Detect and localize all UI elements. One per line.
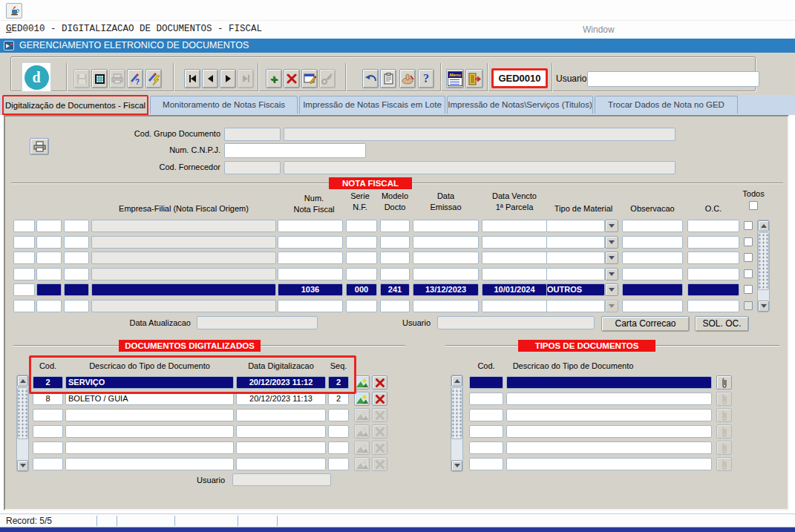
nf-observacao-field[interactable] bbox=[622, 252, 683, 264]
nf-tipo-material-field[interactable]: OUTROS bbox=[546, 283, 605, 296]
nf-num-field[interactable] bbox=[278, 300, 343, 312]
nf-oc-field[interactable] bbox=[687, 252, 739, 264]
nf-sel-cell[interactable] bbox=[36, 300, 62, 312]
nf-sel-cell[interactable] bbox=[13, 220, 35, 232]
scroll-down-button[interactable] bbox=[758, 301, 769, 312]
tab-digitalizacao-documentos-fiscal[interactable]: Digitalização de Documentos - Fiscal bbox=[2, 95, 148, 115]
nf-serie-field[interactable] bbox=[346, 236, 377, 249]
tipo-cod-field[interactable] bbox=[469, 376, 503, 389]
nf-row-checkbox[interactable] bbox=[744, 301, 753, 310]
menu-window-item[interactable]: Window bbox=[583, 24, 615, 35]
nf-emissao-field[interactable] bbox=[413, 252, 479, 264]
nf-serie-field[interactable] bbox=[346, 220, 377, 232]
enter-query-button[interactable]: ? bbox=[127, 69, 143, 88]
tipo-descricao-field[interactable] bbox=[506, 425, 712, 438]
nf-sel-cell[interactable] bbox=[64, 268, 89, 280]
num-cnpj-input[interactable] bbox=[224, 143, 366, 158]
nf-modelo-field[interactable] bbox=[380, 236, 410, 249]
nf-modelo-field[interactable] bbox=[380, 220, 410, 232]
nf-num-field[interactable] bbox=[278, 220, 343, 232]
nf-emissao-field[interactable] bbox=[413, 268, 479, 280]
tab-trocar-dados-nota-ged[interactable]: Trocar Dados de Nota no GED bbox=[595, 96, 738, 114]
nf-tipo-material-field[interactable] bbox=[546, 300, 605, 312]
tipo-descricao-field[interactable] bbox=[506, 441, 712, 454]
nf-sel-cell[interactable] bbox=[13, 236, 35, 249]
nf-sel-cell[interactable] bbox=[64, 236, 89, 249]
sol-oc-button[interactable]: SOL. OC. bbox=[695, 316, 749, 332]
nf-vencto-field[interactable] bbox=[482, 220, 547, 232]
nf-modelo-field[interactable]: 241 bbox=[380, 283, 410, 296]
nf-num-field[interactable] bbox=[278, 252, 343, 264]
tab-impressao-notas-fiscais-lote[interactable]: Impressão de Notas Fiscais em Lote bbox=[299, 96, 445, 114]
menu-button[interactable]: Menu bbox=[446, 69, 464, 88]
execute-query-button[interactable] bbox=[145, 69, 162, 88]
nf-tipo-material-field[interactable] bbox=[546, 220, 605, 232]
nf-oc-field[interactable] bbox=[687, 300, 739, 312]
tipo-material-dropdown[interactable] bbox=[605, 283, 618, 296]
attach-document-button[interactable] bbox=[716, 375, 732, 390]
next-record-button[interactable] bbox=[220, 69, 236, 88]
nf-emissao-field[interactable]: 13/12/2023 bbox=[413, 283, 479, 296]
tipo-cod-field[interactable] bbox=[469, 458, 503, 470]
menu-form-title[interactable]: GED0010 - DIGITALIZACAO DE DOCUMENTOS - … bbox=[6, 24, 262, 34]
nf-vencto-field[interactable]: 10/01/2024 bbox=[482, 283, 547, 296]
nf-modelo-field[interactable] bbox=[380, 252, 410, 264]
nf-row-checkbox[interactable] bbox=[744, 269, 753, 278]
scroll-up-button[interactable] bbox=[758, 220, 769, 231]
nf-sel-cell[interactable] bbox=[64, 220, 89, 232]
nf-sel-cell[interactable] bbox=[36, 268, 62, 280]
nf-vencto-field[interactable] bbox=[482, 252, 547, 264]
nf-row-checkbox[interactable] bbox=[744, 285, 753, 294]
nf-sel-cell[interactable] bbox=[64, 300, 89, 312]
tipo-cod-field[interactable] bbox=[469, 393, 503, 405]
nf-sel-cell[interactable] bbox=[64, 252, 89, 264]
nf-sel-cell[interactable] bbox=[13, 283, 35, 296]
nf-tipo-material-field[interactable] bbox=[546, 268, 605, 280]
nf-sel-cell[interactable] bbox=[13, 300, 35, 312]
tipo-cod-field[interactable] bbox=[469, 425, 503, 438]
nf-sel-cell[interactable] bbox=[13, 268, 35, 280]
nf-observacao-field[interactable] bbox=[622, 220, 683, 232]
nf-tipo-material-field[interactable] bbox=[546, 252, 605, 264]
nf-num-field[interactable] bbox=[278, 268, 343, 280]
nf-num-field[interactable] bbox=[278, 236, 343, 249]
nf-serie-field[interactable] bbox=[346, 300, 377, 312]
nf-tipo-material-field[interactable] bbox=[546, 236, 605, 249]
nf-sel-cell[interactable] bbox=[36, 283, 62, 296]
nf-serie-field[interactable]: 000 bbox=[346, 283, 377, 296]
nf-vencto-field[interactable] bbox=[482, 268, 547, 280]
nf-modelo-field[interactable] bbox=[380, 300, 410, 312]
nf-observacao-field[interactable] bbox=[622, 300, 683, 312]
tipo-material-dropdown[interactable] bbox=[605, 252, 618, 264]
nf-vencto-field[interactable] bbox=[482, 236, 547, 249]
nf-row-checkbox[interactable] bbox=[744, 221, 753, 230]
delete-record-button[interactable] bbox=[284, 69, 300, 88]
nf-serie-field[interactable] bbox=[346, 252, 377, 264]
release-record-button[interactable] bbox=[399, 69, 416, 88]
tipo-descricao-field[interactable] bbox=[506, 376, 712, 389]
nf-sel-cell[interactable] bbox=[13, 252, 35, 264]
tipo-cod-field[interactable] bbox=[469, 441, 503, 454]
tab-impressao-notas-servicos-titulos[interactable]: Impressão de Notas\Serviços (Titulos) bbox=[447, 96, 593, 114]
help-button[interactable]: ? bbox=[418, 69, 434, 88]
nf-oc-field[interactable] bbox=[687, 268, 739, 280]
nf-empresa-field[interactable] bbox=[91, 283, 276, 296]
nf-sel-cell[interactable] bbox=[64, 283, 89, 296]
tipo-material-dropdown[interactable] bbox=[605, 220, 618, 232]
nf-row-checkbox[interactable] bbox=[744, 253, 753, 262]
nf-observacao-field[interactable] bbox=[622, 236, 683, 249]
nf-modelo-field[interactable] bbox=[380, 268, 410, 280]
previous-record-button[interactable] bbox=[202, 69, 218, 88]
nf-num-field[interactable]: 1036 bbox=[278, 283, 343, 296]
tipo-descricao-field[interactable] bbox=[506, 409, 712, 421]
tipo-material-dropdown[interactable] bbox=[605, 268, 618, 280]
nf-emissao-field[interactable] bbox=[413, 300, 479, 312]
insert-record-button[interactable]: + bbox=[266, 69, 282, 88]
nf-vencto-field[interactable] bbox=[482, 300, 547, 312]
java-applet-button[interactable] bbox=[6, 3, 22, 19]
edit-record-button[interactable] bbox=[301, 69, 318, 88]
nf-oc-field[interactable] bbox=[687, 236, 739, 249]
tipo-cod-field[interactable] bbox=[469, 409, 503, 421]
nf-observacao-field[interactable] bbox=[622, 268, 683, 280]
nf-emissao-field[interactable] bbox=[413, 220, 479, 232]
